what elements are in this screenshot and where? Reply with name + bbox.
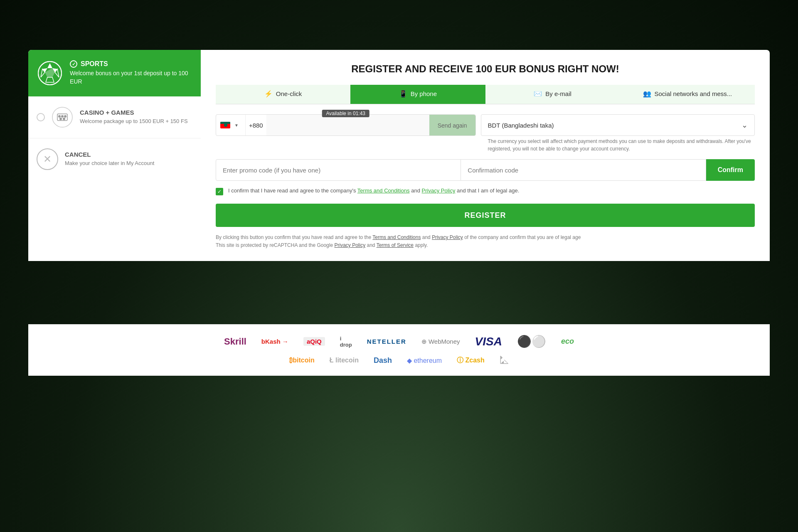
mastercard-logo: ⚫⚪ — [517, 335, 546, 348]
neteller-logo: NETELLER — [367, 338, 406, 345]
litecoin-logo: Ł litecoin — [330, 357, 359, 364]
phone-icon: 📱 — [399, 90, 407, 98]
idrop-logo: idrop — [340, 335, 352, 348]
confirm-button[interactable]: Confirm — [706, 159, 755, 181]
cancel-title: CANCEL — [65, 151, 154, 158]
phone-field-wrap: Available in 01:43 ▼ +880 Send again — [216, 114, 476, 136]
check-circle-icon — [70, 60, 77, 68]
terms-text: I confirm that I have read and agree to … — [228, 187, 519, 194]
bottom-note: By clicking this button you confirm that… — [216, 234, 755, 249]
svg-marker-6 — [46, 77, 54, 82]
casino-desc: Welcome package up to 1500 EUR + 150 FS — [80, 118, 188, 125]
currency-value: BDT (Bangladeshi taka) — [488, 122, 554, 129]
sports-text: SPORTS Welcome bonus on your 1st deposit… — [70, 60, 192, 86]
terms-checkbox[interactable]: ✓ — [216, 188, 223, 195]
bkash-logo: bKash → — [261, 338, 288, 345]
right-panel: REGISTER AND RECEIVE 100 EUR BONUS RIGHT… — [201, 50, 770, 261]
cancel-text: CANCEL Make your choice later in My Acco… — [65, 151, 154, 167]
bitcoin-logo: ₿bitcoin — [289, 357, 314, 364]
register-form: REGISTER AND RECEIVE 100 EUR BONUS RIGHT… — [201, 50, 770, 261]
bottom-privacy-link2[interactable]: Privacy Policy — [334, 242, 365, 248]
aiqc-logo: aQiQ — [303, 337, 325, 346]
register-title: REGISTER AND RECEIVE 100 EUR BONUS RIGHT… — [216, 63, 755, 75]
casino-text: CASINO + GAMES Welcome package up to 150… — [80, 109, 188, 125]
promo-code-input[interactable] — [216, 159, 461, 181]
cancel-x-icon: ✕ — [37, 148, 58, 170]
casino-title: CASINO + GAMES — [80, 109, 188, 116]
eco-logo: eco — [561, 337, 574, 346]
sports-title: SPORTS — [70, 60, 192, 68]
register-button[interactable]: REGISTER — [216, 204, 755, 227]
available-badge: Available in 01:43 — [322, 110, 369, 117]
terms-row: ✓ I confirm that I have read and agree t… — [216, 187, 755, 195]
country-selector[interactable]: ▼ — [216, 115, 246, 135]
tab-one-click-label: One-click — [276, 90, 302, 97]
tab-by-email[interactable]: ✉️ By e-mail — [485, 85, 620, 104]
sports-option[interactable]: SPORTS Welcome bonus on your 1st deposit… — [28, 50, 201, 96]
payment-row-2: ₿bitcoin Ł litecoin Dash ◆ ethereum ⓘ Zc… — [45, 355, 753, 366]
soccer-ball-icon — [37, 60, 63, 86]
payment-section: Skrill bKash → aQiQ idrop NETELLER ⊕ Web… — [28, 324, 770, 376]
tab-by-email-label: By e-mail — [545, 90, 571, 97]
currency-chevron: ⌄ — [741, 121, 748, 130]
send-again-button[interactable]: Send again — [429, 115, 475, 136]
svg-point-13 — [64, 115, 66, 118]
casino-option[interactable]: CASINO + GAMES Welcome package up to 150… — [28, 96, 201, 138]
currency-selector[interactable]: BDT (Bangladeshi taka) ⌄ — [481, 114, 755, 136]
flag-dot — [224, 123, 227, 127]
main-container: SPORTS Welcome bonus on your 1st deposit… — [28, 50, 770, 261]
phone-number-input[interactable] — [266, 115, 430, 135]
bangladesh-flag — [220, 122, 230, 128]
svg-point-11 — [58, 115, 61, 118]
cancel-option[interactable]: ✕ CANCEL Make your choice later in My Ac… — [28, 138, 201, 180]
terms-link[interactable]: Terms and Conditions — [357, 187, 410, 194]
skrill-logo: Skrill — [224, 336, 246, 347]
ethereum-logo: ◆ ethereum — [407, 357, 442, 365]
svg-point-12 — [61, 115, 64, 118]
email-icon: ✉️ — [534, 90, 542, 98]
casino-radio[interactable] — [37, 113, 45, 121]
zcash-logo: ⓘ Zcash — [457, 356, 485, 365]
tab-one-click[interactable]: ⚡ One-click — [216, 85, 350, 104]
cancel-desc: Make your choice later in My Account — [65, 160, 154, 167]
shield-logo: ⛡ — [500, 355, 509, 366]
lightning-icon: ⚡ — [264, 90, 273, 98]
casino-icon — [52, 106, 73, 128]
sports-label: SPORTS — [81, 60, 108, 68]
left-panel: SPORTS Welcome bonus on your 1st deposit… — [28, 50, 201, 261]
privacy-link[interactable]: Privacy Policy — [422, 187, 456, 194]
confirmation-code-input[interactable] — [461, 159, 706, 181]
currency-note: The currency you select will affect whic… — [488, 138, 755, 153]
country-code-display: +880 — [246, 115, 266, 135]
sports-desc: Welcome bonus on your 1st deposit up to … — [70, 69, 192, 86]
svg-point-15 — [63, 118, 65, 120]
social-icon: 👥 — [643, 90, 651, 98]
phone-input-group: ▼ +880 Send again — [216, 114, 476, 136]
svg-marker-1 — [47, 63, 52, 68]
country-chevron: ▼ — [234, 123, 239, 128]
tab-by-phone-label: By phone — [411, 90, 437, 97]
dash-logo: Dash — [374, 356, 392, 365]
bottom-terms-link[interactable]: Terms and Conditions — [372, 234, 421, 240]
tab-by-phone[interactable]: 📱 By phone — [350, 85, 485, 104]
bottom-privacy-link[interactable]: Privacy Policy — [432, 234, 463, 240]
tab-social[interactable]: 👥 Social networks and mess... — [620, 85, 755, 104]
svg-point-14 — [59, 118, 62, 120]
payment-row-1: Skrill bKash → aQiQ idrop NETELLER ⊕ Web… — [45, 335, 753, 348]
registration-tabs: ⚡ One-click 📱 By phone ✉️ By e-mail 👥 So… — [216, 85, 755, 104]
bottom-tos-link[interactable]: Terms of Service — [377, 242, 414, 248]
visa-logo: VISA — [475, 335, 502, 348]
tab-social-label: Social networks and mess... — [655, 90, 732, 97]
webmoney-logo: ⊕ WebMoney — [421, 338, 460, 345]
code-row: Confirm — [216, 159, 755, 181]
